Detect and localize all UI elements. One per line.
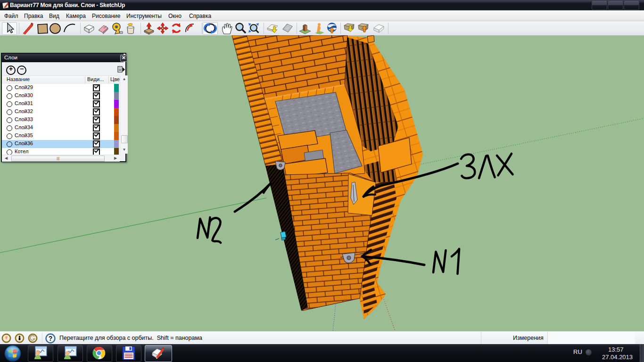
svg-text:?: ? <box>49 335 53 342</box>
